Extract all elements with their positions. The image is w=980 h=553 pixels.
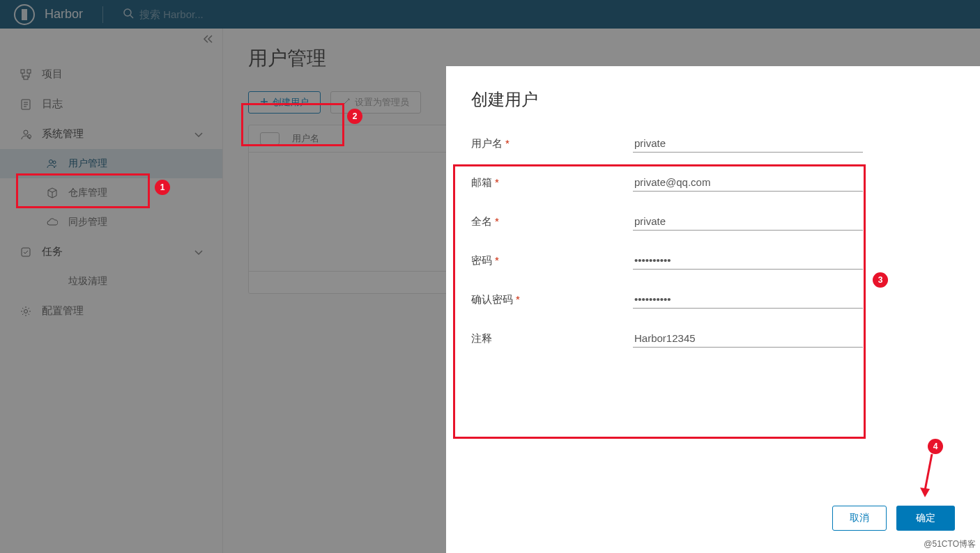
sidebar-item-label: 用户管理 — [68, 157, 107, 170]
svg-rect-2 — [21, 70, 24, 73]
brand-name: Harbor — [45, 7, 83, 22]
logs-icon — [20, 98, 32, 111]
button-label: 创建用户 — [273, 96, 309, 109]
password-input[interactable] — [633, 251, 863, 270]
admin-icon — [342, 98, 351, 108]
svg-rect-17 — [22, 248, 30, 256]
required-mark: * — [495, 176, 499, 188]
sidebar-item-label: 仓库管理 — [68, 187, 107, 199]
svg-point-15 — [49, 160, 53, 164]
form-row-comment: 注释 — [471, 329, 955, 348]
sidebar-item-label: 日志 — [42, 98, 63, 111]
label-confirm-password: 确认密码 — [471, 293, 513, 305]
sidebar-item-label: 垃圾清理 — [68, 275, 107, 288]
label-fullname: 全名 — [471, 215, 492, 227]
gear-icon — [20, 305, 32, 318]
sidebar-collapse-icon[interactable] — [203, 34, 214, 46]
sidebar-item-label: 配置管理 — [42, 304, 84, 318]
svg-rect-3 — [27, 70, 31, 73]
sidebar-item-garbage[interactable]: 垃圾清理 — [0, 267, 222, 296]
sidebar-item-user-mgmt[interactable]: 用户管理 — [0, 149, 222, 178]
label-email: 邮箱 — [471, 176, 492, 188]
email-input[interactable] — [633, 173, 863, 192]
sidebar-group-system[interactable]: 系统管理 — [0, 119, 222, 149]
svg-point-16 — [53, 161, 56, 164]
sidebar-item-label: 同步管理 — [68, 216, 107, 228]
required-mark: * — [516, 293, 520, 305]
create-user-modal: 创建用户 用户名* 邮箱* 全名* 密码* 确认密码* 注释 取消 确定 — [446, 66, 980, 553]
svg-point-0 — [124, 9, 131, 16]
form-row-confirm-password: 确认密码* — [471, 290, 955, 309]
projects-icon — [20, 68, 32, 81]
sidebar-item-projects[interactable]: 项目 — [0, 59, 222, 89]
app-header: Harbor — [0, 0, 980, 29]
sidebar-item-replication-mgmt[interactable]: 同步管理 — [0, 208, 222, 237]
sidebar-item-logs[interactable]: 日志 — [0, 89, 222, 119]
watermark: @51CTO博客 — [924, 538, 976, 550]
select-all-checkbox[interactable] — [260, 132, 280, 145]
chevron-down-icon — [194, 128, 203, 140]
modal-title: 创建用户 — [471, 88, 955, 111]
sidebar-item-repo-mgmt[interactable]: 仓库管理 — [0, 178, 222, 208]
svg-line-1 — [130, 15, 133, 18]
sidebar-item-config[interactable]: 配置管理 — [0, 296, 222, 326]
svg-rect-4 — [24, 76, 28, 79]
comment-input[interactable] — [633, 329, 863, 348]
plus-icon — [260, 98, 268, 108]
label-password: 密码 — [471, 254, 492, 266]
sidebar-item-label: 项目 — [42, 68, 63, 81]
svg-point-13 — [24, 130, 28, 134]
system-icon — [20, 128, 32, 141]
label-comment: 注释 — [471, 332, 492, 344]
users-icon — [46, 157, 59, 170]
chevron-down-icon — [194, 246, 203, 258]
search-icon — [123, 8, 134, 22]
cancel-button[interactable]: 取消 — [832, 506, 887, 531]
required-mark: * — [495, 254, 499, 266]
search-input[interactable] — [139, 8, 272, 20]
sidebar-group-label: 系统管理 — [42, 127, 84, 141]
cube-icon — [46, 187, 59, 199]
create-user-button[interactable]: 创建用户 — [248, 91, 321, 114]
tasks-icon — [20, 246, 32, 258]
sidebar: 项目 日志 系统管理 用户管理 — [0, 29, 223, 553]
form-row-fullname: 全名* — [471, 212, 955, 231]
cloud-icon — [46, 216, 59, 228]
sidebar-group-label: 任务 — [42, 245, 63, 258]
global-search[interactable] — [123, 8, 272, 22]
svg-point-18 — [24, 309, 28, 313]
confirm-button[interactable]: 确定 — [896, 506, 955, 531]
username-input[interactable] — [633, 134, 863, 153]
harbor-logo-icon — [14, 4, 35, 25]
column-header-username[interactable]: 用户名 — [292, 132, 319, 145]
form-row-password: 密码* — [471, 251, 955, 270]
label-username: 用户名 — [471, 137, 503, 149]
form-row-username: 用户名* — [471, 134, 955, 153]
required-mark: * — [505, 137, 510, 149]
button-label: 设置为管理员 — [355, 96, 409, 109]
form-row-email: 邮箱* — [471, 173, 955, 192]
modal-footer: 取消 确定 — [471, 506, 955, 536]
set-admin-button: 设置为管理员 — [330, 91, 421, 114]
required-mark: * — [495, 215, 499, 227]
confirm-password-input[interactable] — [633, 290, 863, 309]
sidebar-group-tasks[interactable]: 任务 — [0, 237, 222, 267]
fullname-input[interactable] — [633, 212, 863, 231]
header-divider — [102, 6, 103, 23]
